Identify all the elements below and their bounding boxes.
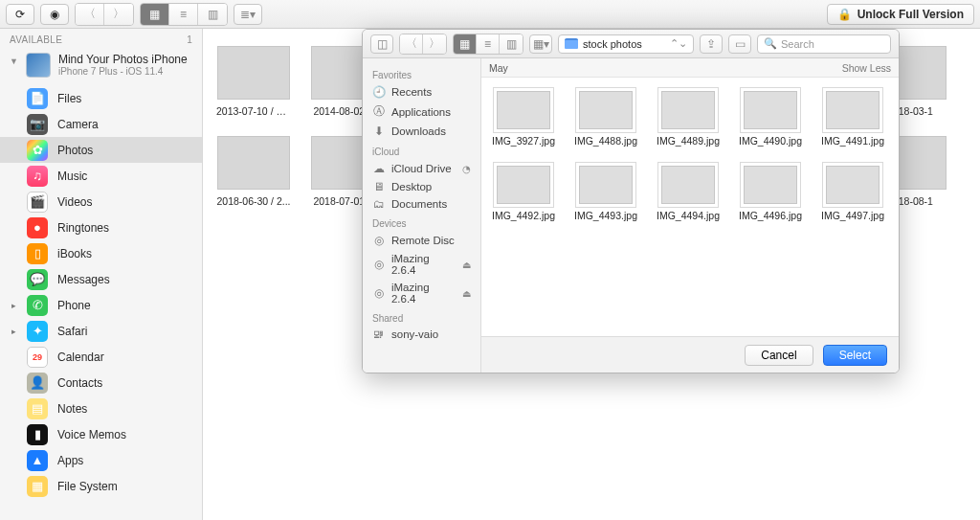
- tag-icon: ▭: [735, 37, 746, 51]
- file-item[interactable]: IMG_4494.jpg: [654, 166, 723, 221]
- ringtones-icon: ●: [27, 217, 48, 238]
- files-icon: 📄: [27, 88, 48, 109]
- file-item[interactable]: IMG_4493.jpg: [571, 166, 640, 221]
- disclosure-triangle-icon[interactable]: ▸: [11, 327, 16, 336]
- file-item[interactable]: IMG_4491.jpg: [818, 91, 887, 147]
- eject-icon[interactable]: ⏏: [462, 260, 471, 270]
- sb-desktop[interactable]: 🖥Desktop: [363, 178, 480, 195]
- nav-group: 〈 〉: [75, 3, 134, 26]
- unlock-button[interactable]: 🔒 Unlock Full Version: [827, 4, 974, 25]
- sidebar-item-apps[interactable]: ▲Apps: [0, 447, 202, 473]
- cloud-icon: ☁: [372, 162, 386, 175]
- device-row[interactable]: ▼ Mind Your Photos iPhone iPhone 7 Plus …: [0, 49, 202, 85]
- cancel-button[interactable]: Cancel: [745, 345, 813, 366]
- file-label: IMG_4496.jpg: [736, 210, 805, 221]
- grid-icon: ▦: [149, 8, 160, 21]
- share-button[interactable]: ⇪: [700, 34, 723, 54]
- folder-select[interactable]: stock photos ⌃⌄: [558, 34, 694, 54]
- sidebar-item-phone[interactable]: ▸✆Phone: [0, 292, 202, 318]
- sidebar-toggle-button[interactable]: ◫: [370, 34, 393, 54]
- sb-downloads[interactable]: ⬇Downloads: [363, 122, 480, 141]
- sidebar-item-contacts[interactable]: 👤Contacts: [0, 370, 202, 396]
- sb-imazing2[interactable]: ◎iMazing 2.6.4⏏: [363, 279, 480, 307]
- quicklook-button[interactable]: ◉: [40, 4, 69, 25]
- sidebar-item-label: iBooks: [57, 247, 92, 260]
- music-icon: ♫: [27, 166, 48, 187]
- file-item[interactable]: IMG_4489.jpg: [654, 91, 723, 147]
- sidebar-item-messages[interactable]: 💬Messages: [0, 266, 202, 292]
- sidebar-item-files[interactable]: 📄Files: [0, 85, 202, 111]
- refresh-button[interactable]: ⟳: [6, 4, 34, 25]
- share-icon: ⇪: [706, 37, 716, 51]
- file-item[interactable]: IMG_3927.jpg: [489, 91, 558, 147]
- sidebar-item-label: Contacts: [57, 376, 102, 390]
- view-column-button[interactable]: ▥: [198, 4, 227, 25]
- file-label: IMG_4488.jpg: [571, 135, 640, 147]
- disclosure-triangle-icon[interactable]: ▸: [11, 301, 16, 310]
- file-label: IMG_4497.jpg: [818, 210, 887, 221]
- disclosure-triangle-icon[interactable]: ▼: [10, 53, 18, 66]
- sidebar-item-music[interactable]: ♫Music: [0, 163, 202, 189]
- folder-name: stock photos: [583, 38, 642, 50]
- eject-icon[interactable]: ⏏: [462, 288, 471, 299]
- sidebar-item-calendar[interactable]: 29Calendar: [0, 344, 202, 370]
- file-item[interactable]: IMG_4497.jpg: [818, 166, 887, 221]
- sort-icon: ≣▾: [240, 8, 256, 21]
- sb-icloud[interactable]: ☁iCloud Drive◔: [363, 159, 480, 178]
- search-field[interactable]: 🔍 Search: [757, 34, 891, 54]
- file-label: IMG_3927.jpg: [489, 135, 558, 147]
- sidebar-item-ibooks[interactable]: ▯iBooks: [0, 240, 202, 266]
- sidebar-item-safari[interactable]: ▸✦Safari: [0, 318, 202, 344]
- sort-button[interactable]: ≣▾: [234, 4, 262, 25]
- columns-icon: ▥: [208, 8, 218, 21]
- open-dialog: ◫ 〈 〉 ▦ ≡ ▥ ▦▾ stock photos ⌃⌄ ⇪ ▭ 🔍 Sea…: [362, 29, 900, 373]
- notes-icon: ▤: [27, 398, 48, 419]
- sidebar-item-notes[interactable]: ▤Notes: [0, 396, 202, 421]
- select-button[interactable]: Select: [823, 345, 887, 366]
- view-group: ▦ ≡ ▥: [140, 3, 228, 26]
- sb-documents[interactable]: 🗂Documents: [363, 195, 480, 213]
- sidebar-item-photos[interactable]: ✿Photos: [0, 137, 202, 163]
- album-item[interactable]: 2018-06-30 / 2...: [216, 136, 291, 207]
- forward-button[interactable]: 〉: [104, 4, 133, 25]
- lock-icon: 🔒: [837, 8, 852, 21]
- file-item[interactable]: IMG_4496.jpg: [736, 166, 805, 221]
- dialog-footer: Cancel Select: [481, 336, 899, 373]
- sb-applications[interactable]: ⒶApplications: [363, 102, 480, 122]
- sidebar-item-voice-memos[interactable]: ▮Voice Memos: [0, 421, 202, 447]
- sidebar-item-label: File System: [57, 480, 118, 493]
- dialog-view-icon[interactable]: ▦: [454, 34, 477, 54]
- view-icon-button[interactable]: ▦: [141, 4, 169, 25]
- sidebar-item-videos[interactable]: 🎬Videos: [0, 189, 202, 215]
- dialog-view-col[interactable]: ▥: [500, 34, 523, 54]
- sb-sony[interactable]: 🖳sony-vaio: [363, 326, 480, 343]
- dialog-forward-button[interactable]: 〉: [423, 34, 446, 54]
- search-placeholder: Search: [781, 38, 814, 50]
- back-button[interactable]: 〈: [76, 4, 104, 25]
- sb-remote-disc[interactable]: ◎Remote Disc: [363, 231, 480, 250]
- sidebar-item-label: Photos: [57, 144, 93, 157]
- device-thumb-icon: [26, 53, 51, 78]
- file-item[interactable]: IMG_4490.jpg: [736, 91, 805, 147]
- sidebar-item-label: Apps: [57, 454, 83, 467]
- dialog-back-button[interactable]: 〈: [400, 34, 423, 54]
- sidebar-section-header: AVAILABLE 1: [0, 29, 202, 49]
- view-list-button[interactable]: ≡: [169, 4, 198, 25]
- phone-icon: ✆: [27, 295, 48, 316]
- tag-button[interactable]: ▭: [728, 34, 751, 54]
- sidebar-item-camera[interactable]: 📷Camera: [0, 111, 202, 137]
- file-item[interactable]: IMG_4488.jpg: [571, 91, 640, 147]
- sidebar-item-file-system[interactable]: ▦File System: [0, 473, 202, 499]
- show-less-link[interactable]: Show Less: [842, 62, 891, 74]
- dialog-group-button[interactable]: ▦▾: [529, 34, 552, 54]
- calendar-icon: 29: [27, 347, 48, 368]
- album-item[interactable]: 2013-07-10 / 20...: [216, 46, 291, 117]
- dialog-view-list[interactable]: ≡: [477, 34, 500, 54]
- sb-recents[interactable]: 🕘Recents: [363, 82, 480, 102]
- contacts-icon: 👤: [27, 373, 48, 394]
- sidebar-item-ringtones[interactable]: ●Ringtones: [0, 215, 202, 240]
- file-item[interactable]: IMG_4492.jpg: [489, 166, 558, 221]
- photos-icon: ✿: [27, 140, 48, 161]
- app-toolbar: ⟳ ◉ 〈 〉 ▦ ≡ ▥ ≣▾ 🔒 Unlock Full Version: [0, 0, 980, 29]
- sb-imazing1[interactable]: ◎iMazing 2.6.4⏏: [363, 250, 480, 279]
